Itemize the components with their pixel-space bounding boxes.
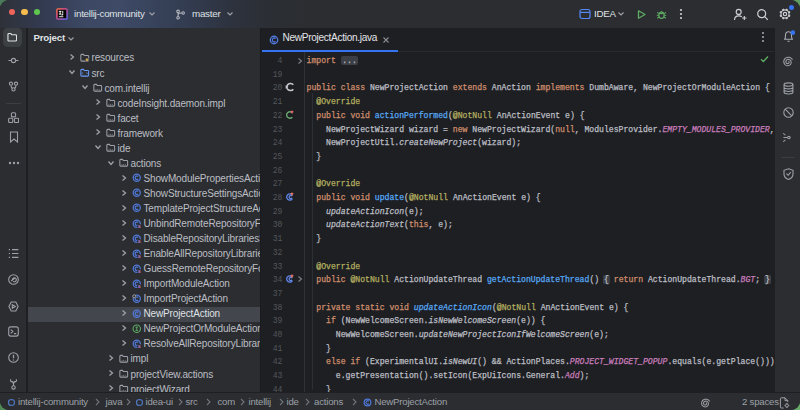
- svg-text:a: a: [138, 268, 141, 274]
- svg-text:a: a: [138, 238, 141, 244]
- svg-text:a: a: [138, 223, 141, 229]
- svg-text:a: a: [138, 253, 141, 259]
- svg-text:a: a: [138, 283, 141, 289]
- svg-text:a: a: [138, 343, 141, 349]
